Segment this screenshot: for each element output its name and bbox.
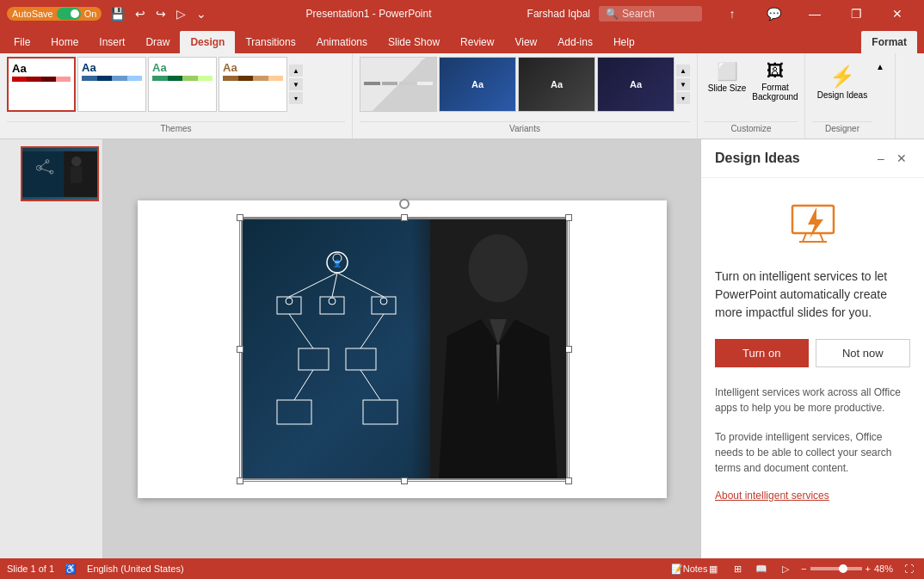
notes-icon: 📝 bbox=[671, 564, 683, 575]
zoom-controls: − + 48% bbox=[801, 564, 893, 574]
intelligent-services-icon bbox=[785, 195, 841, 250]
theme-item-2[interactable]: Aa bbox=[77, 57, 146, 112]
slideshow-button[interactable]: ▷ bbox=[777, 560, 794, 577]
scroll-up-arrow[interactable]: ▲ bbox=[289, 65, 303, 77]
designer-label: Designer bbox=[812, 121, 872, 135]
theme-scroll-arrows: ▲ ▼ ▾ bbox=[289, 65, 303, 104]
svg-rect-11 bbox=[277, 297, 301, 314]
customize-section: ⬜ Slide Size 🖼 Format Background Customi… bbox=[698, 53, 805, 139]
ribbon: Aa Aa Aa Aa ▲ ▼ ▾ bbox=[0, 53, 924, 139]
zoom-level[interactable]: 48% bbox=[874, 564, 893, 574]
panel-close-button[interactable]: ✕ bbox=[893, 150, 910, 167]
tab-draw[interactable]: Draw bbox=[135, 31, 180, 53]
redo-icon[interactable]: ↪ bbox=[152, 5, 169, 22]
search-input[interactable] bbox=[622, 8, 691, 20]
variant-scroll-up[interactable]: ▲ bbox=[676, 65, 690, 77]
language-indicator[interactable]: English (United States) bbox=[87, 564, 184, 574]
svg-line-19 bbox=[332, 273, 337, 297]
svg-rect-17 bbox=[363, 400, 397, 424]
format-background-button[interactable]: 🖼 Format Background bbox=[753, 57, 798, 106]
save-icon[interactable]: 💾 bbox=[107, 5, 128, 22]
theme-item-3[interactable]: Aa bbox=[148, 57, 217, 112]
svg-rect-12 bbox=[320, 297, 344, 314]
main-area: 1 bbox=[0, 139, 924, 558]
slide-size-label: Slide Size bbox=[708, 83, 746, 93]
fit-slide-button[interactable]: ⛶ bbox=[900, 560, 917, 577]
slide-image[interactable]: 👤 bbox=[241, 218, 568, 480]
tab-animations[interactable]: Animations bbox=[306, 31, 378, 53]
normal-view-button[interactable]: ▦ bbox=[705, 560, 722, 577]
design-ideas-button[interactable]: ⚡ Design Ideas bbox=[812, 60, 872, 104]
slide-size-button[interactable]: ⬜ Slide Size bbox=[705, 57, 749, 106]
theme-item-4[interactable]: Aa bbox=[219, 57, 287, 112]
not-now-button[interactable]: Not now bbox=[816, 339, 911, 367]
undo-icon[interactable]: ↩ bbox=[132, 5, 149, 22]
variant-scroll-more[interactable]: ▾ bbox=[676, 92, 690, 104]
svg-rect-15 bbox=[346, 348, 376, 370]
slide-panel[interactable]: 1 bbox=[0, 139, 103, 558]
present-icon[interactable]: ▷ bbox=[173, 5, 189, 22]
tab-review[interactable]: Review bbox=[450, 31, 504, 53]
title-bar-right: Farshad Iqbal 🔍 ↑ 💬 — ❐ ✕ bbox=[527, 0, 917, 28]
close-button[interactable]: ✕ bbox=[878, 0, 917, 28]
svg-line-23 bbox=[294, 370, 313, 400]
scroll-down-arrow[interactable]: ▼ bbox=[289, 78, 303, 90]
restore-button[interactable]: ❐ bbox=[836, 0, 876, 28]
rotate-handle[interactable] bbox=[399, 199, 410, 209]
minimize-button[interactable]: — bbox=[795, 0, 835, 28]
autosave-toggle[interactable] bbox=[57, 8, 81, 20]
tab-insert[interactable]: Insert bbox=[89, 31, 135, 53]
tab-design[interactable]: Design bbox=[180, 31, 235, 53]
panel-collapse-button[interactable]: – bbox=[872, 150, 890, 167]
variant-item-1[interactable] bbox=[360, 57, 437, 112]
tab-transitions[interactable]: Transitions bbox=[235, 31, 305, 53]
tab-home[interactable]: Home bbox=[40, 31, 89, 53]
collapse-ribbon-button[interactable]: ▲ bbox=[874, 60, 886, 73]
ribbon-tab-bar: File Home Insert Draw Design Transitions… bbox=[0, 28, 924, 53]
title-bar: AutoSave On 💾 ↩ ↪ ▷ ⌄ Presentation1 - Po… bbox=[0, 0, 924, 28]
notes-button[interactable]: 📝 Notes bbox=[681, 560, 698, 577]
autosave-label: AutoSave bbox=[12, 9, 53, 19]
svg-rect-16 bbox=[277, 400, 311, 424]
tab-slideshow[interactable]: Slide Show bbox=[378, 31, 450, 53]
design-panel-content: Turn on intelligent services to let Powe… bbox=[701, 178, 924, 558]
zoom-in-button[interactable]: + bbox=[865, 564, 871, 574]
design-icon-container bbox=[715, 195, 910, 250]
variant-item-3[interactable]: Aa bbox=[518, 57, 595, 112]
share-button[interactable]: ↑ bbox=[712, 0, 752, 28]
slide-sorter-button[interactable]: ⊞ bbox=[729, 560, 746, 577]
accessibility-icon[interactable]: ♿ bbox=[65, 564, 77, 575]
variants-label: Variants bbox=[360, 121, 690, 135]
svg-rect-13 bbox=[372, 297, 396, 314]
tab-format[interactable]: Format bbox=[861, 31, 917, 53]
reading-view-button[interactable]: 📖 bbox=[753, 560, 770, 577]
tab-file[interactable]: File bbox=[3, 31, 40, 53]
search-box[interactable]: 🔍 bbox=[599, 6, 702, 22]
zoom-slider-track[interactable] bbox=[810, 567, 862, 570]
theme-item-1[interactable]: Aa bbox=[7, 57, 76, 112]
about-intelligent-services-link[interactable]: About intelligent services bbox=[715, 490, 829, 502]
svg-line-20 bbox=[337, 273, 384, 297]
zoom-out-button[interactable]: − bbox=[801, 564, 806, 574]
design-ideas-icon: ⚡ bbox=[829, 65, 855, 89]
turn-on-button[interactable]: Turn on bbox=[715, 339, 809, 367]
tab-help[interactable]: Help bbox=[603, 31, 645, 53]
svg-rect-3 bbox=[71, 166, 83, 182]
variant-item-4[interactable]: Aa bbox=[597, 57, 675, 112]
slide-thumbnail-1[interactable] bbox=[21, 146, 99, 201]
zoom-slider-thumb[interactable] bbox=[839, 564, 847, 573]
canvas-area[interactable]: 👤 bbox=[103, 139, 700, 558]
tab-addins[interactable]: Add-ins bbox=[547, 31, 603, 53]
variant-scroll-down[interactable]: ▼ bbox=[676, 78, 690, 90]
svg-line-22 bbox=[360, 314, 384, 348]
comments-button[interactable]: 💬 bbox=[754, 0, 793, 28]
svg-point-26 bbox=[286, 298, 293, 305]
scroll-more-arrow[interactable]: ▾ bbox=[289, 92, 303, 104]
svg-line-21 bbox=[289, 314, 313, 348]
autosave-badge[interactable]: AutoSave On bbox=[7, 7, 102, 21]
variant-scroll-arrows: ▲ ▼ ▾ bbox=[676, 65, 690, 104]
variant-item-2[interactable]: Aa bbox=[439, 57, 516, 112]
tab-view[interactable]: View bbox=[504, 31, 547, 53]
design-panel-header: Design Ideas – ✕ bbox=[701, 139, 924, 178]
more-commands-icon[interactable]: ⌄ bbox=[193, 5, 210, 22]
